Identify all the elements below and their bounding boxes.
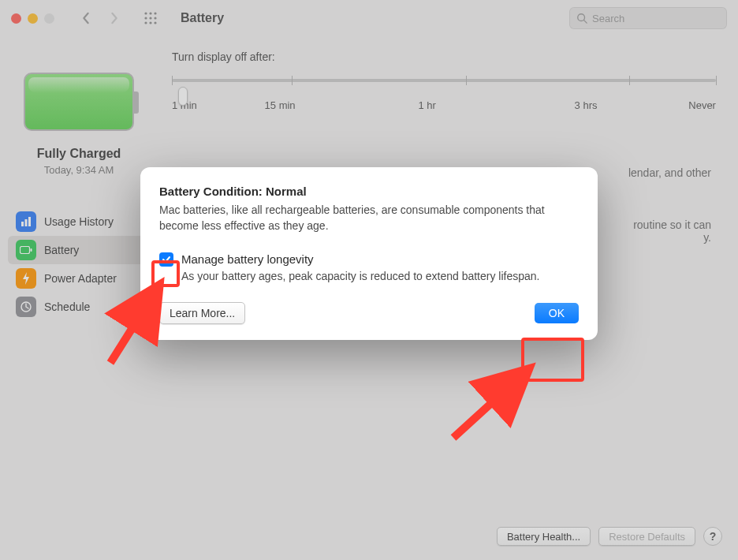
manage-longevity-label: Manage battery longevity bbox=[181, 252, 579, 266]
checkmark-icon bbox=[162, 255, 171, 264]
manage-longevity-checkbox[interactable] bbox=[159, 252, 173, 267]
dialog-title: Battery Condition: Normal bbox=[159, 185, 579, 198]
learn-more-button[interactable]: Learn More... bbox=[159, 302, 245, 324]
ok-button[interactable]: OK bbox=[535, 303, 579, 323]
battery-prefs-window: Battery Search Fully Charged Today, 9:34… bbox=[0, 0, 738, 560]
battery-condition-dialog: Battery Condition: Normal Mac batteries,… bbox=[140, 167, 598, 340]
dialog-description: Mac batteries, like all rechargeable bat… bbox=[159, 203, 579, 233]
manage-longevity-desc: As your battery ages, peak capacity is r… bbox=[181, 269, 579, 285]
